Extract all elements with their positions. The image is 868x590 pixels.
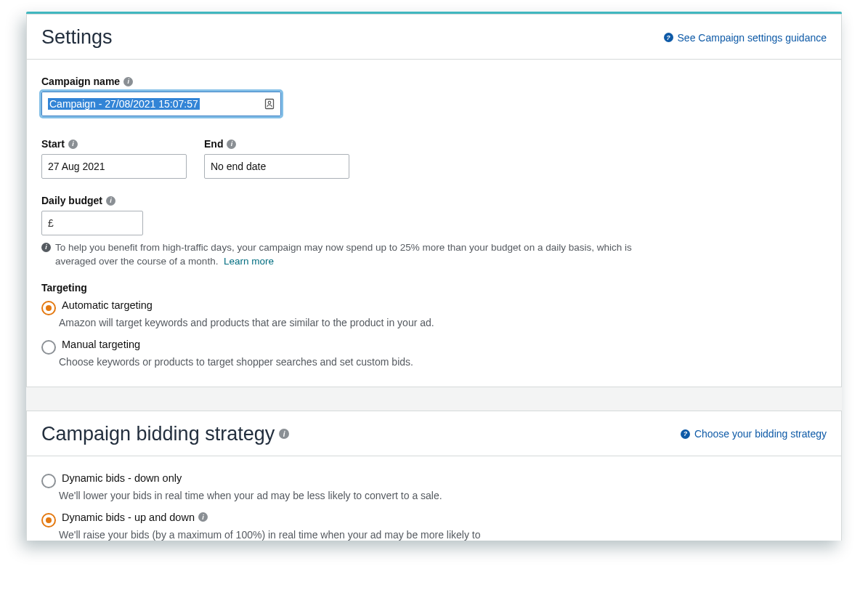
bids-down-option[interactable]: Dynamic bids - down only	[41, 472, 827, 488]
bids-down-label: Dynamic bids - down only	[62, 472, 182, 484]
bidding-header: Campaign bidding strategy i ? Choose you…	[27, 411, 841, 456]
bidding-panel: Campaign bidding strategy i ? Choose you…	[26, 411, 842, 541]
info-icon[interactable]: i	[279, 429, 289, 439]
end-label: End i	[204, 138, 349, 150]
campaign-name-field: Campaign name i Campaign - 27/08/2021 15…	[41, 76, 827, 116]
info-icon[interactable]: i	[198, 512, 208, 522]
targeting-auto-option[interactable]: Automatic targeting	[41, 299, 827, 315]
start-label: Start i	[41, 138, 187, 150]
settings-guidance-link[interactable]: ? See Campaign settings guidance	[664, 32, 827, 44]
settings-header: Settings ? See Campaign settings guidanc…	[27, 15, 841, 60]
end-date-value: No end date	[211, 161, 266, 172]
bids-down-desc: We'll lower your bids in real time when …	[59, 490, 827, 501]
targeting-auto-desc: Amazon will target keywords and products…	[59, 317, 827, 328]
end-field: End i No end date	[204, 138, 349, 179]
info-icon: i	[41, 243, 51, 252]
bidding-guidance-text: Choose your bidding strategy	[694, 428, 827, 440]
daily-budget-field: Daily budget i £ i To help you benefit f…	[41, 195, 827, 269]
bids-updown-desc: We'll raise your bids (by a maximum of 1…	[59, 529, 827, 541]
info-icon[interactable]: i	[123, 77, 133, 86]
bidding-title: Campaign bidding strategy i	[41, 423, 289, 445]
start-date-value: 27 Aug 2021	[48, 161, 105, 172]
targeting-manual-desc: Choose keywords or products to target sh…	[59, 356, 827, 368]
contacts-icon[interactable]	[264, 98, 275, 110]
daily-budget-hint: i To help you benefit from high-traffic …	[41, 241, 659, 269]
learn-more-link[interactable]: Learn more	[224, 256, 274, 267]
info-icon[interactable]: i	[106, 196, 115, 206]
targeting-auto-label: Automatic targeting	[62, 299, 153, 311]
settings-title: Settings	[41, 26, 113, 49]
targeting-section: Targeting Automatic targeting Amazon wil…	[41, 282, 827, 368]
end-date-input[interactable]: No end date	[204, 154, 349, 179]
svg-point-1	[268, 101, 271, 104]
daily-budget-hint-text: To help you benefit from high-traffic da…	[55, 242, 632, 267]
bids-updown-option[interactable]: Dynamic bids - up and down i	[41, 512, 827, 528]
help-icon: ?	[681, 429, 690, 439]
radio-icon[interactable]	[41, 513, 56, 528]
currency-symbol: £	[48, 217, 54, 229]
daily-budget-input[interactable]: £	[41, 211, 143, 235]
settings-panel: Settings ? See Campaign settings guidanc…	[26, 14, 842, 387]
campaign-name-input[interactable]: Campaign - 27/08/2021 15:07:57	[41, 92, 281, 116]
targeting-manual-label: Manual targeting	[62, 339, 140, 350]
start-date-input[interactable]: 27 Aug 2021	[41, 154, 187, 179]
targeting-manual-option[interactable]: Manual targeting	[41, 339, 827, 355]
help-icon: ?	[664, 33, 673, 42]
daily-budget-label: Daily budget i	[41, 195, 827, 206]
info-icon[interactable]: i	[227, 140, 236, 149]
bids-updown-label: Dynamic bids - up and down i	[62, 512, 208, 523]
campaign-name-value: Campaign - 27/08/2021 15:07:57	[48, 98, 200, 110]
radio-icon[interactable]	[41, 474, 56, 488]
campaign-name-label: Campaign name i	[41, 76, 827, 87]
targeting-label: Targeting	[41, 282, 827, 294]
date-row: Start i 27 Aug 2021 End i No e	[41, 138, 827, 179]
info-icon[interactable]: i	[68, 140, 78, 149]
radio-icon[interactable]	[41, 340, 56, 355]
radio-icon[interactable]	[41, 301, 56, 315]
settings-guidance-text: See Campaign settings guidance	[678, 32, 827, 44]
bidding-guidance-link[interactable]: ? Choose your bidding strategy	[681, 428, 827, 440]
start-field: Start i 27 Aug 2021	[41, 138, 187, 179]
